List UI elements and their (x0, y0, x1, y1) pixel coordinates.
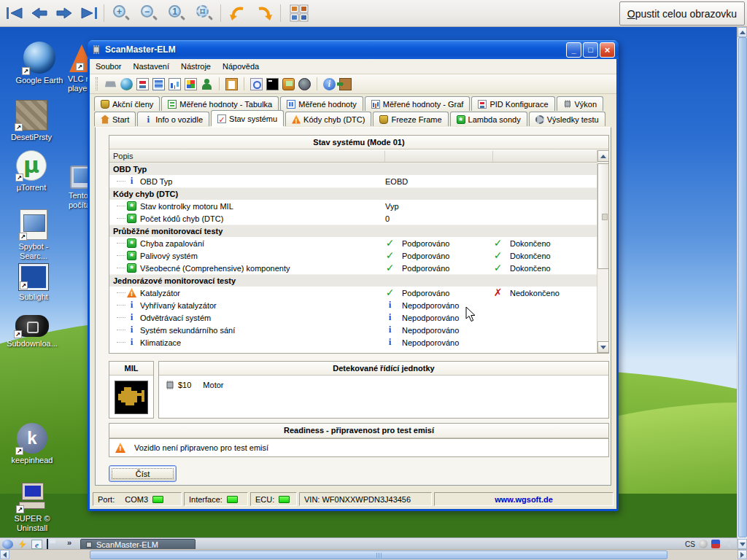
viewer-horizontal-scrollbar[interactable] (0, 549, 747, 560)
pid-document-icon[interactable] (136, 78, 149, 90)
connect-icon[interactable] (104, 78, 117, 90)
scroll-up-icon[interactable] (738, 27, 747, 37)
terminal-icon[interactable] (266, 78, 279, 90)
volume-icon[interactable] (724, 540, 732, 548)
system-status-panel: Stav systému (Mode 01) Popis OBD Typ OBD… (109, 135, 609, 354)
menu-nastroje[interactable]: Nástroje (175, 60, 217, 73)
user-icon[interactable] (201, 78, 213, 90)
minimize-button[interactable]: _ (566, 42, 581, 58)
desktop-icon-desetiprsty[interactable]: ↗ DesetiPrsty (0, 100, 63, 142)
menu-soubor[interactable]: Soubor (90, 60, 127, 73)
tab-vysledky-testu[interactable]: Výsledky testu (529, 112, 605, 126)
values-chart-icon[interactable] (169, 78, 181, 90)
search-window-icon[interactable] (250, 78, 263, 90)
hidden-icons-icon[interactable] (699, 540, 708, 548)
zoom-fit-icon[interactable]: ⌑ (194, 3, 214, 23)
wgsoft-link[interactable]: www.wgsoft.de (434, 492, 614, 506)
desktop-icon-spybot[interactable]: ↗ Spybot - Searc... (2, 209, 65, 261)
tile-view-icon[interactable] (289, 3, 309, 23)
tab-pid-konfigurace[interactable]: PID Konfigurace (471, 96, 554, 111)
scrollbar-thumb[interactable] (90, 551, 667, 559)
table-column-header[interactable]: Popis (109, 150, 608, 163)
read-button[interactable]: Číst (109, 465, 177, 482)
tab-freeze-frame[interactable]: Freeze Frame (373, 112, 448, 126)
scroll-up-icon[interactable] (597, 150, 609, 162)
maximize-button[interactable]: □ (583, 42, 598, 58)
vnc-icon[interactable] (711, 540, 720, 548)
table-vertical-scrollbar[interactable] (597, 150, 608, 353)
tab-start[interactable]: Start (94, 112, 136, 126)
table-row[interactable]: Odvětrávací systémNepodporováno (109, 311, 597, 324)
desktop-icon-utorrent[interactable]: µ↗ µTorrent (0, 150, 63, 192)
exit-fullscreen-button[interactable]: Opustit celou obrazovku (619, 1, 745, 26)
tab-akcni-cleny[interactable]: Akční členy (94, 96, 160, 111)
table-row[interactable]: Chyba zapalováníPodporovánoDokončeno (109, 237, 597, 249)
desktop-icon-keepinhead[interactable]: k↗ keepinhead (1, 423, 63, 465)
first-page-icon[interactable] (4, 3, 25, 23)
viewer-vertical-scrollbar[interactable] (737, 27, 747, 549)
gauge-icon[interactable] (298, 78, 311, 90)
tab-kody-chyb-dtc[interactable]: Kódy chyb (DTC) (285, 112, 371, 126)
last-page-icon[interactable] (79, 3, 99, 23)
tab-info-o-vozidle[interactable]: Info o vozidle (137, 112, 209, 126)
menu-napoveda[interactable]: Nápověda (217, 60, 265, 73)
next-page-icon[interactable] (54, 3, 74, 23)
app-icon[interactable] (2, 540, 13, 549)
table-group-row[interactable]: Jednorázové monitorovací testy (109, 274, 597, 287)
values-table-icon[interactable] (152, 78, 165, 90)
table-row[interactable]: Palivový systémPodporovánoDokončeno (109, 249, 597, 262)
column-popis[interactable]: Popis (109, 151, 385, 162)
ecu-list-item[interactable]: $10 Motor (165, 381, 223, 389)
desktop-icon-subdownloader[interactable]: ↗ Subdownloa... (1, 315, 63, 349)
quick-launch-overflow[interactable]: » (67, 538, 71, 547)
tab-merene-hodnoty[interactable]: Měřené hodnoty (280, 96, 363, 111)
scroll-down-icon[interactable] (738, 539, 747, 549)
tab-vykon[interactable]: Výkon (557, 96, 604, 111)
tab-merene-hodnoty-tabulka[interactable]: Měřené hodnoty - Tabulka (161, 96, 279, 111)
column-status-2[interactable] (493, 151, 597, 162)
column-status-1[interactable] (385, 151, 493, 162)
tab-stav-systemu[interactable]: Stav systému (211, 110, 284, 126)
redo-icon[interactable] (254, 3, 274, 23)
clipboard-icon[interactable] (225, 78, 238, 90)
table-group-row[interactable]: Kódy chyb (DTC) (109, 187, 597, 200)
table-row[interactable]: Počet kódů chyb (DTC)0 (109, 212, 597, 225)
menu-nastaveni[interactable]: Nastavení (127, 60, 175, 73)
scroll-down-icon[interactable] (597, 341, 609, 353)
scroll-left-icon[interactable] (0, 550, 9, 559)
zoom-in-icon[interactable]: + (111, 3, 131, 23)
desktop-icon-super-uninstall[interactable]: ↗ SUPER © Uninstall (1, 483, 63, 533)
zoom-100-icon[interactable]: 1 (166, 3, 187, 23)
table-row[interactable]: KlimatizaceNepodporováno (109, 336, 597, 349)
desktop-icon-sublight[interactable]: ↗ Sublight (2, 264, 65, 302)
table-row[interactable]: Všeobecné (Comprehensive) komponentyPodp… (109, 262, 597, 274)
tab-merene-hodnoty-graf[interactable]: Měřené hodnoty - Graf (365, 96, 471, 111)
globe-icon[interactable] (120, 78, 133, 90)
winamp-icon[interactable] (17, 540, 28, 549)
taskbar-button-scanmaster[interactable]: ScanMaster-ELM (80, 539, 196, 549)
graph-window-icon[interactable] (185, 78, 197, 90)
language-indicator[interactable]: CS (685, 540, 695, 548)
scrollbar-thumb[interactable] (597, 163, 609, 269)
table-group-row[interactable]: OBD Typ (109, 163, 597, 175)
info-icon[interactable]: i (323, 78, 336, 90)
tab-lambda-sondy[interactable]: Lambda sondy (450, 112, 527, 126)
scrollbar-thumb[interactable] (738, 37, 747, 537)
table-row[interactable]: OBD TypEOBD (109, 175, 597, 187)
undo-icon[interactable] (228, 3, 248, 23)
desktop-icon-label: Spybot - Searc... (2, 242, 65, 261)
scroll-right-icon[interactable] (738, 550, 747, 559)
table-group-row[interactable]: Průběžné monitorovací testy (109, 225, 597, 237)
previous-page-icon[interactable] (29, 3, 50, 23)
exit-icon[interactable] (339, 78, 352, 90)
close-button[interactable]: × (600, 42, 615, 58)
table-row[interactable]: Systém sekundárního sáníNepodporováno (109, 324, 597, 336)
window-titlebar[interactable]: ScanMaster-ELM _ □ × (88, 40, 619, 59)
internet-explorer-icon[interactable]: e (31, 540, 42, 549)
zoom-out-icon[interactable]: − (139, 3, 159, 23)
table-row[interactable]: Stav kontrolky motoru MILVyp (109, 200, 597, 212)
device-icon[interactable] (282, 78, 295, 90)
table-row[interactable]: Vyhřívaný katalyzátorNepodporováno (109, 299, 597, 311)
save-icon[interactable] (47, 539, 48, 549)
table-row[interactable]: KatalyzátorPodporovánoNedokončeno (109, 287, 597, 299)
